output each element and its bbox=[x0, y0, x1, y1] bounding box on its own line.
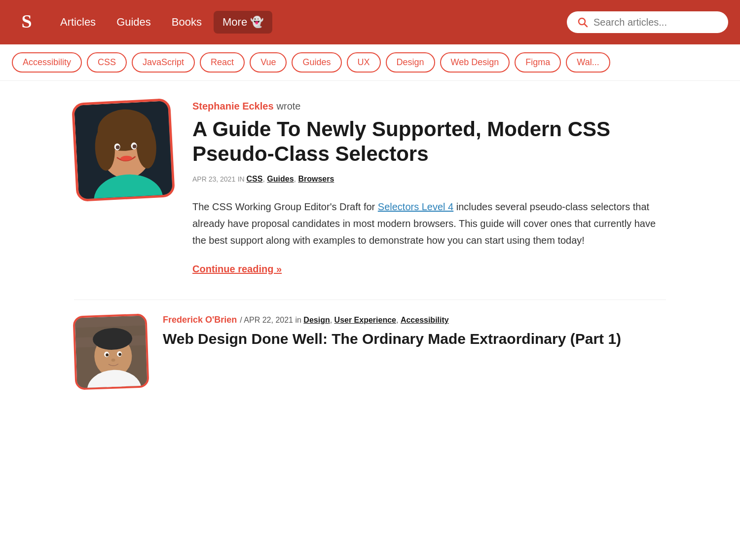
tag-guides[interactable]: Guides bbox=[292, 52, 341, 73]
nav-articles[interactable]: Articles bbox=[51, 11, 105, 34]
nav-books[interactable]: Books bbox=[163, 11, 211, 34]
nav-guides[interactable]: Guides bbox=[108, 11, 160, 34]
tags-bar: Accessibility CSS JavaScript React Vue G… bbox=[0, 44, 740, 81]
ghost-icon: 👻 bbox=[250, 16, 263, 29]
site-logo[interactable]: S bbox=[12, 7, 41, 37]
author-line-2: Frederick O'Brien / APR 22, 2021 in Desi… bbox=[163, 315, 621, 325]
author-avatar-2 bbox=[73, 313, 149, 390]
tag-web-design[interactable]: Web Design bbox=[440, 52, 510, 73]
article-excerpt-1: The CSS Working Group Editor's Draft for… bbox=[192, 198, 666, 249]
tag-accessibility[interactable]: Accessibility bbox=[12, 52, 82, 73]
article-cat-ux[interactable]: User Experience bbox=[334, 316, 396, 324]
article-card-featured: Stephanie Eckles wrote A Guide To Newly … bbox=[74, 101, 666, 275]
divider-1 bbox=[74, 299, 666, 300]
navbar: S Articles Guides Books More 👻 bbox=[0, 0, 740, 44]
more-label: More bbox=[222, 16, 247, 29]
tag-vue[interactable]: Vue bbox=[250, 52, 287, 73]
author-wrote-1: wrote bbox=[277, 101, 301, 112]
tag-javascript[interactable]: JavaScript bbox=[132, 52, 195, 73]
tag-ux[interactable]: UX bbox=[347, 52, 381, 73]
search-icon bbox=[577, 16, 589, 28]
tag-css[interactable]: CSS bbox=[87, 52, 127, 73]
article-card-2: Frederick O'Brien / APR 22, 2021 in Desi… bbox=[74, 315, 666, 389]
article-title-2[interactable]: Web Design Done Well: The Ordinary Made … bbox=[163, 329, 621, 348]
tag-design[interactable]: Design bbox=[386, 52, 435, 73]
author-line-1: Stephanie Eckles wrote bbox=[192, 101, 666, 112]
author-name-2[interactable]: Frederick O'Brien bbox=[163, 315, 237, 325]
author-name-1[interactable]: Stephanie Eckles bbox=[192, 101, 274, 112]
svg-rect-24 bbox=[107, 375, 122, 390]
search-container bbox=[567, 11, 728, 33]
author-avatar-1 bbox=[72, 98, 175, 202]
article-cat-css[interactable]: CSS bbox=[247, 175, 263, 183]
article-cat-guides[interactable]: Guides bbox=[267, 175, 294, 183]
svg-text:S: S bbox=[21, 11, 32, 32]
article-info-1: Stephanie Eckles wrote A Guide To Newly … bbox=[192, 101, 666, 275]
excerpt-link[interactable]: Selectors Level 4 bbox=[378, 201, 453, 212]
article-info-2: Frederick O'Brien / APR 22, 2021 in Desi… bbox=[163, 315, 621, 348]
excerpt-before: The CSS Working Group Editor's Draft for bbox=[192, 201, 378, 212]
article-date-2: APR 22, 2021 bbox=[244, 316, 293, 324]
article-date-1: APR 23, 2021 bbox=[192, 175, 235, 183]
article-meta-1: APR 23, 2021 in CSS, Guides, Browsers bbox=[192, 175, 666, 184]
article-cat-design[interactable]: Design bbox=[303, 316, 330, 324]
tag-more[interactable]: Wal... bbox=[566, 52, 610, 73]
article-cat-accessibility[interactable]: Accessibility bbox=[401, 316, 449, 324]
article-meta-2: / APR 22, 2021 in Design, User Experienc… bbox=[240, 316, 448, 325]
tag-figma[interactable]: Figma bbox=[515, 52, 561, 73]
article-title-1[interactable]: A Guide To Newly Supported, Modern CSS P… bbox=[192, 117, 666, 167]
nav-links: Articles Guides Books More 👻 bbox=[51, 11, 562, 34]
nav-more[interactable]: More 👻 bbox=[214, 11, 272, 34]
svg-line-3 bbox=[585, 24, 588, 27]
main-content: Stephanie Eckles wrote A Guide To Newly … bbox=[49, 81, 691, 423]
article-cat-browsers[interactable]: Browsers bbox=[298, 175, 334, 183]
continue-reading-1[interactable]: Continue reading » bbox=[192, 263, 282, 275]
search-input[interactable] bbox=[593, 17, 718, 28]
tag-react[interactable]: React bbox=[200, 52, 245, 73]
